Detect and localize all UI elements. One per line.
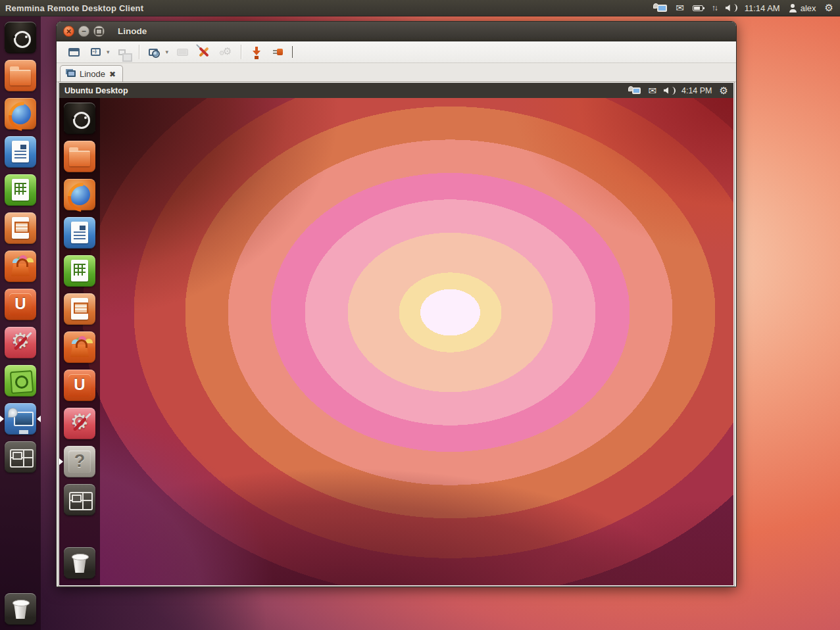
host-clock[interactable]: 11:14 AM [745, 3, 780, 13]
disconnect-button[interactable] [270, 43, 286, 61]
preferences-tools-button[interactable] [196, 43, 212, 61]
software-updater-launcher-item[interactable] [5, 365, 36, 397]
window-close-button[interactable] [63, 26, 74, 37]
running-indicator-arrow [0, 416, 4, 422]
zoom-button[interactable] [147, 43, 162, 61]
firefox-icon [5, 98, 36, 130]
session-gear-icon[interactable] [825, 0, 833, 16]
speaker-icon [664, 87, 674, 95]
libreoffice-impress-launcher-item[interactable] [64, 293, 95, 325]
libreoffice-writer-icon [64, 217, 95, 249]
trash-launcher-item[interactable] [5, 593, 36, 625]
connection-tabbar: Linode [57, 63, 736, 82]
ubuntu-software-center-launcher-item[interactable] [64, 331, 95, 363]
system-settings-icon [5, 327, 36, 358]
toolbar-separator [139, 45, 139, 59]
host-app-title: Remmina Remote Desktop Client [5, 3, 143, 13]
monitor-icon [632, 87, 641, 94]
system-settings-icon [64, 408, 95, 439]
trash-icon [64, 547, 95, 579]
window-minimize-button[interactable] [78, 26, 89, 37]
workspace-switcher-launcher-item[interactable] [64, 484, 95, 516]
remote-clock[interactable]: 4:14 PM [681, 86, 712, 95]
plug-icon [272, 48, 285, 56]
files-folder-icon [64, 141, 95, 172]
remmina-icon [5, 403, 36, 435]
trash-icon [5, 593, 36, 625]
scaled-mode-button[interactable] [87, 43, 103, 61]
mail-indicator-icon[interactable] [676, 0, 684, 16]
remmina-indicator-icon[interactable] [628, 82, 641, 99]
minimize-to-tray-button[interactable] [249, 43, 264, 61]
zoom-dropdown[interactable] [166, 49, 169, 55]
duplicate-connection-button[interactable] [116, 43, 132, 61]
tab-close-icon[interactable] [109, 69, 116, 79]
person-icon [789, 4, 797, 12]
unknown-app-icon [64, 446, 95, 477]
network-arrows-icon[interactable] [712, 0, 717, 16]
libreoffice-impress-icon [5, 212, 36, 244]
system-settings-launcher-item[interactable] [5, 327, 36, 358]
ubuntu-software-center-icon [64, 331, 95, 363]
firefox-launcher-item[interactable] [5, 98, 36, 130]
ubuntu-dash-launcher-item[interactable] [5, 22, 36, 53]
ubuntu-one-icon [64, 370, 95, 401]
libreoffice-writer-launcher-item[interactable] [64, 217, 95, 249]
toolbar-separator [241, 45, 241, 59]
volume-indicator-icon[interactable] [664, 82, 674, 99]
libreoffice-writer-icon [5, 136, 36, 168]
window-titlebar[interactable]: Linode [57, 22, 736, 41]
libreoffice-writer-launcher-item[interactable] [5, 136, 36, 168]
workspace-switcher-launcher-item[interactable] [5, 441, 36, 473]
ubuntu-software-center-launcher-item[interactable] [5, 251, 36, 282]
battery-icon [693, 5, 703, 11]
volume-indicator-icon[interactable] [726, 0, 736, 16]
remote-desktop-viewport[interactable]: Ubuntu Desktop 4:14 PM [59, 82, 734, 586]
orange-down-arrow-icon [251, 47, 262, 58]
session-gear-icon[interactable] [720, 82, 728, 99]
scaled-mode-dropdown[interactable] [107, 49, 110, 55]
tab-monitor-icon [67, 70, 76, 77]
remote-tray: 4:14 PM [628, 82, 728, 99]
monitor-icon [657, 5, 667, 12]
ubuntu-one-launcher-item[interactable] [5, 289, 36, 320]
tab-label: Linode [80, 69, 105, 79]
trash-launcher-item[interactable] [64, 547, 95, 579]
files-folder-icon [5, 60, 36, 91]
window-maximize-button[interactable] [93, 26, 105, 37]
files-folder-launcher-item[interactable] [5, 60, 36, 91]
files-folder-launcher-item[interactable] [64, 141, 95, 172]
remote-desktop-wallpaper[interactable] [59, 98, 733, 585]
remote-unity-launcher [59, 98, 100, 585]
battery-indicator-icon[interactable] [693, 0, 703, 16]
libreoffice-calc-launcher-item[interactable] [5, 174, 36, 206]
tab-linode[interactable]: Linode [60, 65, 123, 82]
remmina-launcher-item[interactable] [5, 403, 36, 435]
gears-settings-button[interactable] [218, 43, 234, 61]
magnifier-window-icon [149, 49, 158, 56]
system-settings-launcher-item[interactable] [64, 408, 95, 439]
software-updater-icon [5, 365, 36, 397]
ubuntu-dash-launcher-item[interactable] [64, 103, 95, 134]
running-indicator-arrow [59, 458, 63, 465]
speaker-icon [726, 4, 736, 12]
mail-indicator-icon[interactable] [648, 82, 656, 99]
crossed-tools-icon [198, 46, 210, 58]
firefox-launcher-item[interactable] [64, 179, 95, 210]
ubuntu-one-launcher-item[interactable] [64, 370, 95, 401]
libreoffice-impress-launcher-item[interactable] [5, 212, 36, 244]
host-unity-launcher [0, 16, 41, 630]
host-tray: 11:14 AM alex [653, 0, 833, 16]
unknown-app-launcher-item[interactable] [64, 446, 95, 477]
keyboard-grab-button[interactable] [174, 43, 190, 61]
libreoffice-calc-icon [64, 255, 95, 287]
workspace-switcher-icon [5, 441, 36, 473]
fullscreen-button[interactable] [66, 43, 82, 61]
ubuntu-one-icon [5, 289, 36, 320]
focused-indicator-arrow [37, 416, 41, 422]
user-menu[interactable]: alex [789, 0, 816, 16]
username-label: alex [801, 3, 816, 13]
workspace-switcher-icon [64, 484, 95, 516]
remmina-indicator-icon[interactable] [653, 0, 667, 16]
libreoffice-calc-launcher-item[interactable] [64, 255, 95, 287]
